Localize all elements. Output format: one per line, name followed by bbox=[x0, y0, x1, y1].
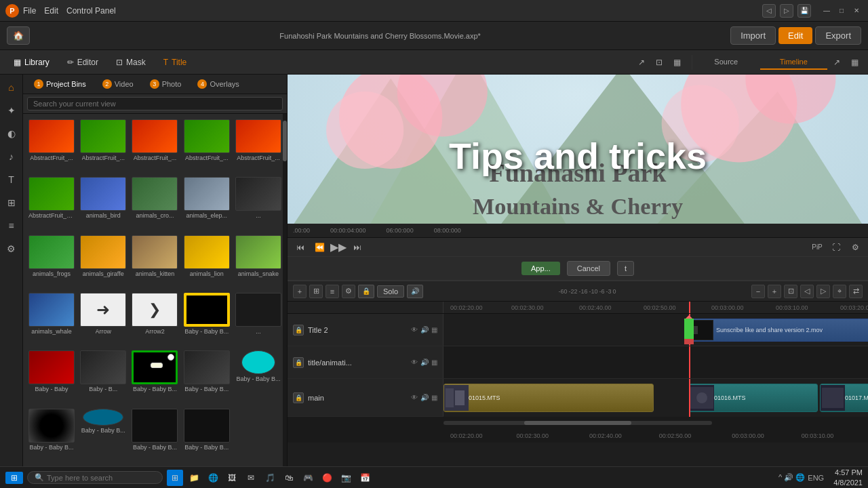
list-item[interactable]: Baby - Baby B... bbox=[27, 407, 76, 462]
lib-tab-overlays[interactable]: 4 Overlays bbox=[191, 77, 245, 91]
selected-library-item[interactable]: Baby - Baby B... bbox=[130, 349, 179, 404]
tl-next[interactable]: ▷ bbox=[816, 285, 830, 298]
scrollbar-thumb[interactable] bbox=[283, 121, 287, 161]
sidebar-home[interactable]: ⌂ bbox=[3, 79, 20, 96]
tl-lock[interactable]: 🔒 bbox=[358, 285, 374, 298]
list-item[interactable]: Baby - Baby B... bbox=[182, 291, 231, 346]
tl-prev[interactable]: ◁ bbox=[800, 285, 814, 298]
track-visible-icon[interactable]: 👁 bbox=[411, 326, 418, 333]
forward-button[interactable]: ▷ bbox=[780, 4, 793, 18]
list-item[interactable]: animals_frogs bbox=[27, 234, 76, 289]
track-visible-icon-anim[interactable]: 👁 bbox=[411, 359, 418, 366]
sidebar-audio[interactable]: ♪ bbox=[3, 148, 20, 165]
pip-button[interactable]: PiP bbox=[810, 240, 825, 255]
list-item[interactable]: AbstractFruit_... bbox=[27, 118, 76, 173]
source-tab-btn[interactable]: Source bbox=[692, 55, 760, 70]
menu-control-panel[interactable]: Control Panel bbox=[66, 6, 116, 16]
list-item[interactable]: ... bbox=[234, 176, 283, 230]
tl-fit[interactable]: ⊡ bbox=[784, 285, 797, 298]
track-lock-title2[interactable]: 🔒 bbox=[293, 325, 304, 336]
list-item[interactable]: animals_bird bbox=[79, 176, 127, 230]
taskbar-edge-icon[interactable]: 🌐 bbox=[205, 470, 221, 486]
taskbar-app3-icon[interactable]: 📷 bbox=[338, 470, 354, 486]
sidebar-color[interactable]: ◐ bbox=[3, 125, 20, 142]
clip-sunscribe[interactable]: Sunscribe like and share version 2.mov bbox=[684, 319, 868, 342]
list-item[interactable]: Baby - Baby B... bbox=[182, 349, 231, 404]
taskbar-store-icon[interactable]: 🛍 bbox=[281, 470, 297, 486]
apply-button[interactable]: App... bbox=[521, 262, 560, 275]
tab-title[interactable]: T Title bbox=[155, 55, 195, 70]
lib-tab-video[interactable]: 2 Video bbox=[96, 77, 140, 91]
list-item[interactable]: AbstractFruit_... bbox=[234, 118, 283, 173]
confirm-button[interactable]: t bbox=[617, 261, 634, 276]
list-item[interactable]: ❯ Arrow2 bbox=[130, 291, 179, 346]
share-button[interactable]: ↗ bbox=[633, 54, 650, 70]
list-item[interactable]: animals_giraffe bbox=[79, 234, 127, 289]
taskbar-search-input[interactable] bbox=[47, 474, 142, 482]
list-item[interactable]: Baby - Baby B... bbox=[79, 407, 127, 462]
list-item[interactable]: animals_lion bbox=[182, 234, 231, 289]
sidebar-effects[interactable]: ✦ bbox=[3, 102, 20, 119]
expand-button[interactable]: ⊡ bbox=[651, 54, 667, 70]
taskbar-photos-icon[interactable]: 🖼 bbox=[224, 470, 240, 486]
skip-forward-button[interactable]: ⏭ bbox=[350, 240, 365, 255]
tab-library[interactable]: ▦ Library bbox=[5, 55, 58, 70]
sidebar-text[interactable]: T bbox=[3, 171, 20, 188]
cancel-button[interactable]: Cancel bbox=[567, 261, 610, 276]
list-item[interactable]: Baby - Baby bbox=[27, 349, 76, 404]
start-button[interactable]: ⊞ bbox=[5, 472, 23, 484]
track-grid-icon-main[interactable]: ▦ bbox=[431, 394, 437, 401]
lib-tab-photo[interactable]: 3 Photo bbox=[143, 77, 189, 91]
clip-01017[interactable]: 01017.MTS bbox=[820, 384, 868, 412]
scrollbar[interactable] bbox=[283, 114, 287, 466]
list-item[interactable]: animals_kitten bbox=[130, 234, 179, 289]
tl-zoom-in[interactable]: + bbox=[768, 285, 781, 298]
list-item[interactable]: Baby - B... bbox=[79, 349, 127, 404]
menu-file[interactable]: File bbox=[23, 6, 36, 16]
tl-group[interactable]: ⊞ bbox=[309, 285, 323, 298]
menu-edit[interactable]: Edit bbox=[44, 6, 58, 16]
save-button[interactable]: 💾 bbox=[797, 4, 811, 18]
tl-ripple[interactable]: ⇄ bbox=[849, 285, 863, 298]
sidebar-settings[interactable]: ⚙ bbox=[3, 240, 20, 258]
track-visible-icon-main[interactable]: 👁 bbox=[411, 394, 418, 401]
list-item[interactable]: animals_whale bbox=[27, 291, 76, 346]
taskbar-app2-icon[interactable]: 🔴 bbox=[319, 470, 335, 486]
tl-add-track[interactable]: + bbox=[293, 285, 307, 298]
clip-01015[interactable]: 01015.MTS bbox=[443, 384, 654, 412]
back-button[interactable]: ◁ bbox=[762, 4, 776, 18]
list-item[interactable]: animals_snake bbox=[234, 234, 283, 289]
taskbar-mail-icon[interactable]: ✉ bbox=[243, 470, 259, 486]
export-button[interactable]: Export bbox=[815, 26, 861, 45]
tab-editor[interactable]: ✏ Editor bbox=[59, 55, 106, 70]
maximize-button[interactable]: □ bbox=[835, 5, 848, 17]
close-button[interactable]: ✕ bbox=[850, 5, 863, 17]
timeline-scrollbar-thumb[interactable] bbox=[524, 421, 631, 425]
tl-zoom-out[interactable]: − bbox=[751, 285, 765, 298]
track-content-anim[interactable] bbox=[443, 346, 868, 378]
play-button[interactable]: ▶▶ bbox=[331, 240, 346, 255]
skip-back-button[interactable]: ⏮ bbox=[293, 240, 308, 255]
preview-expand-btn[interactable]: ↗ bbox=[829, 54, 845, 70]
list-item[interactable]: AbstractFruit_F... bbox=[27, 176, 76, 230]
sidebar-layers[interactable]: ≡ bbox=[3, 217, 20, 235]
list-item[interactable]: ... bbox=[234, 291, 283, 346]
track-content-title2[interactable]: Sunscribe like and share version 2.mov bbox=[443, 314, 868, 346]
grid-button[interactable]: ▦ bbox=[669, 54, 685, 70]
taskbar-files-icon[interactable]: 📁 bbox=[186, 470, 202, 486]
tl-ungroup[interactable]: ≡ bbox=[326, 285, 339, 298]
home-button[interactable]: 🏠 bbox=[7, 26, 30, 45]
timeline-scrollbar-track[interactable] bbox=[443, 421, 712, 425]
list-item[interactable]: AbstractFruit_... bbox=[79, 118, 127, 173]
sidebar-transform[interactable]: ⊞ bbox=[3, 194, 20, 211]
lib-tab-project-bins[interactable]: 1 Project Bins bbox=[27, 77, 93, 91]
list-item[interactable]: Baby - Baby B... bbox=[182, 407, 231, 462]
solo-button[interactable]: Solo bbox=[377, 285, 404, 298]
track-grid-icon[interactable]: ▦ bbox=[431, 326, 437, 333]
settings-button[interactable]: ⚙ bbox=[848, 240, 863, 255]
track-content-main[interactable]: 01015.MTS 01016.MTS bbox=[443, 379, 868, 417]
timeline-tab-btn[interactable]: Timeline bbox=[760, 55, 828, 70]
edit-button[interactable]: Edit bbox=[778, 27, 812, 44]
track-lock-anim[interactable]: 🔒 bbox=[293, 357, 304, 368]
list-item[interactable]: AbstractFruit_... bbox=[182, 118, 231, 173]
